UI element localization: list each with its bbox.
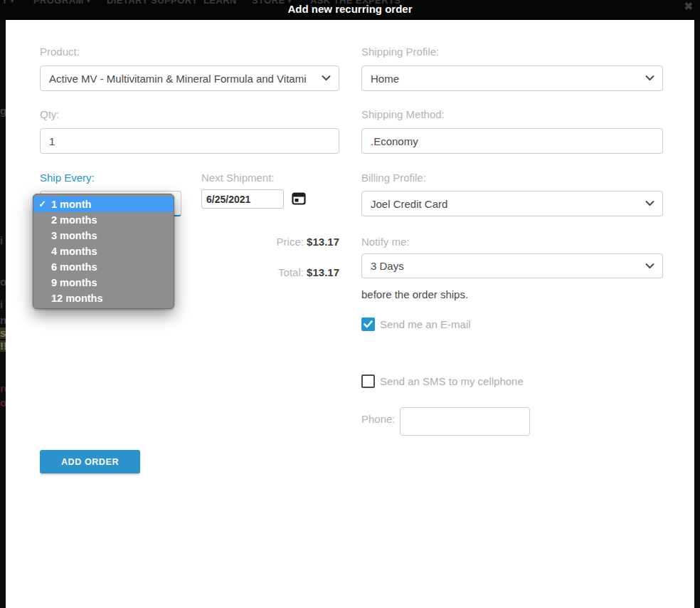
calendar-icon[interactable] <box>292 192 306 206</box>
background-text-fragment: s <box>0 327 6 339</box>
add-recurring-order-modal: Product: Active MV - Multivitamin & Mine… <box>6 20 694 608</box>
chevron-down-icon: ▾ <box>87 0 90 4</box>
product-label: Product: <box>40 46 80 58</box>
background-text-fragment: i <box>0 299 6 310</box>
shipping-profile-select[interactable]: Home <box>361 65 663 91</box>
dropdown-option-4-months[interactable]: 4 months <box>33 243 174 259</box>
background-text-fragment: n <box>0 315 6 326</box>
background-text-fragment: re <box>0 383 6 394</box>
chevron-down-icon <box>645 201 654 207</box>
dropdown-option-2-months[interactable]: 2 months <box>33 212 174 228</box>
ship-every-label: Ship Every: <box>40 172 95 184</box>
background-text-fragment: o <box>0 276 6 288</box>
add-order-button[interactable]: ADD ORDER <box>40 450 140 473</box>
shipping-profile-value: Home <box>371 73 399 85</box>
price-value: $13.17 <box>307 236 339 248</box>
dropdown-option-1-month[interactable]: ✓1 month <box>33 196 174 212</box>
qty-input[interactable] <box>40 128 339 154</box>
phone-label: Phone: <box>361 413 396 425</box>
modal-title: Add new recurring order <box>287 3 412 15</box>
dropdown-option-3-months[interactable]: 3 months <box>33 228 174 243</box>
dropdown-option-9-months[interactable]: 9 months <box>33 275 174 290</box>
sms-optin-checkbox[interactable] <box>361 374 375 388</box>
nav-item-program[interactable]: PROGRAM ▾ <box>33 0 90 6</box>
sms-optin-row: Send an SMS to my cellphone <box>361 374 524 388</box>
chevron-down-icon <box>645 75 654 82</box>
email-optin-label: Send me an E-mail <box>380 318 471 330</box>
dropdown-option-6-months[interactable]: 6 months <box>33 259 174 275</box>
total-row: Total: $13.17 <box>201 266 339 278</box>
chevron-down-icon <box>322 75 331 82</box>
shipping-method-input[interactable] <box>361 128 663 154</box>
shipping-method-label: Shipping Method: <box>361 108 445 120</box>
notify-me-select[interactable]: 3 Days <box>361 253 663 278</box>
price-row: Price: $13.17 <box>201 236 339 248</box>
shipping-profile-label: Shipping Profile: <box>361 46 439 58</box>
checkmark-icon: ✓ <box>38 196 46 212</box>
nav-item-learn[interactable]: LEARN <box>203 0 237 6</box>
background-text-fragment: g <box>0 105 6 117</box>
email-optin-row: Send me an E-mail <box>361 318 471 331</box>
background-text-fragment: i <box>0 235 6 246</box>
email-optin-checkbox[interactable] <box>361 318 375 331</box>
top-bar: Y ▾ PROGRAM ▾ DIETARY SUPPORT LEARN STOR… <box>0 0 700 20</box>
product-select[interactable]: Active MV - Multivitamin & Mineral Formu… <box>40 65 339 91</box>
billing-profile-label: Billing Profile: <box>361 172 426 184</box>
dropdown-option-12-months[interactable]: 12 months <box>33 290 174 306</box>
ship-every-dropdown: ✓1 month 2 months 3 months 4 months 6 mo… <box>33 194 174 309</box>
next-shipment-input[interactable] <box>201 189 284 209</box>
notify-suffix-text: before the order ships. <box>361 288 468 300</box>
billing-profile-value: Joel Credit Card <box>371 198 447 210</box>
sms-optin-label: Send an SMS to my cellphone <box>380 375 524 387</box>
background-text-fragment: !! <box>0 340 6 352</box>
total-value: $13.17 <box>307 266 339 278</box>
qty-label: Qty: <box>40 108 60 120</box>
checkmark-icon <box>364 320 373 328</box>
billing-profile-select[interactable]: Joel Credit Card <box>361 191 663 216</box>
nav-item-store[interactable]: STORE ▾ <box>252 0 292 6</box>
nav-item[interactable]: Y ▾ <box>1 0 14 6</box>
background-text-fragment: ot <box>0 397 6 409</box>
notify-me-label: Notify me: <box>361 236 410 248</box>
chevron-down-icon <box>645 263 654 269</box>
phone-input[interactable] <box>400 407 530 436</box>
total-label: Total: <box>278 266 304 278</box>
product-select-value: Active MV - Multivitamin & Mineral Formu… <box>49 73 307 85</box>
chevron-down-icon: ▾ <box>11 0 14 4</box>
price-label: Price: <box>277 236 304 248</box>
next-shipment-label: Next Shipment: <box>201 172 275 184</box>
nav-item-dietary-support[interactable]: DIETARY SUPPORT <box>107 0 198 6</box>
close-icon[interactable]: ✖ <box>684 0 693 13</box>
notify-me-value: 3 Days <box>371 260 404 272</box>
